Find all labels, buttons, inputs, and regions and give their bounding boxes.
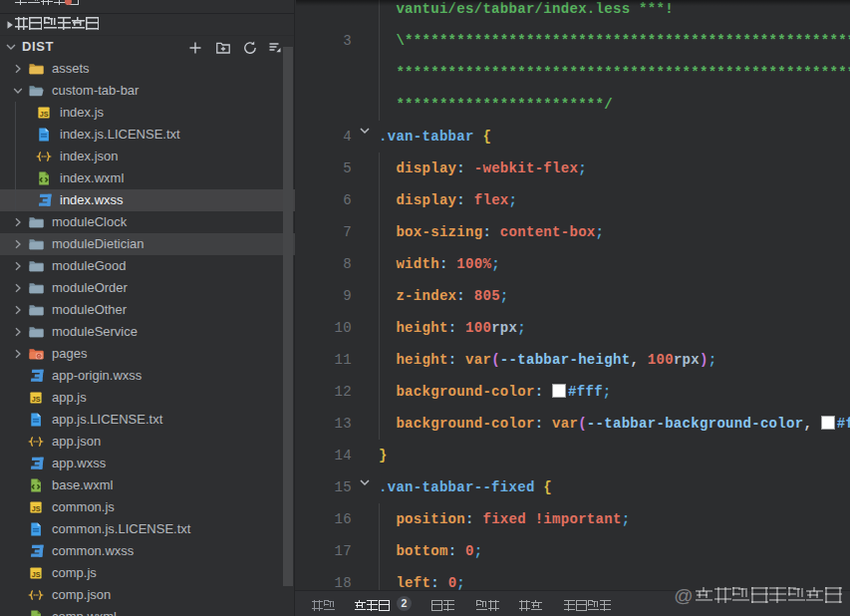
svg-text:JS: JS (40, 110, 49, 119)
svg-text:JS: JS (32, 570, 41, 579)
svg-text:JS: JS (32, 395, 41, 404)
svg-text:JS: JS (32, 504, 41, 513)
